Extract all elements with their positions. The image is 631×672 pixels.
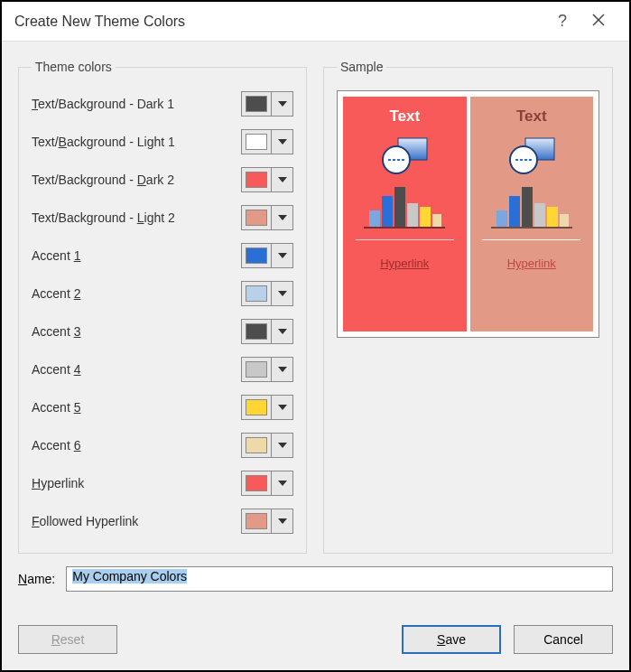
chevron-down-icon — [278, 253, 287, 258]
color-label: Accent 3 — [32, 324, 241, 339]
chevron-down-icon — [278, 177, 287, 182]
color-swatch-button[interactable] — [241, 129, 272, 154]
chevron-down-icon — [278, 215, 287, 220]
sample-chart-icon — [491, 183, 572, 230]
color-row: Accent 2 — [32, 275, 293, 313]
color-swatch-button[interactable] — [241, 319, 272, 344]
color-swatch — [246, 172, 267, 188]
color-swatch-button[interactable] — [241, 205, 272, 230]
color-swatch — [246, 323, 267, 340]
color-label: Accent 1 — [32, 248, 241, 263]
sample-chart-icon — [364, 183, 445, 230]
svg-rect-22 — [432, 214, 441, 227]
color-picker[interactable] — [241, 91, 293, 117]
sample-shapes-icon — [378, 136, 431, 176]
color-picker[interactable] — [241, 357, 293, 382]
name-label: Name: — [18, 572, 55, 586]
svg-rect-30 — [534, 203, 545, 227]
dropdown-caret-button[interactable] — [272, 167, 293, 192]
color-swatch-button[interactable] — [241, 91, 272, 117]
svg-marker-4 — [278, 177, 287, 182]
color-row: Hyperlink — [32, 464, 293, 502]
svg-marker-10 — [278, 405, 287, 410]
color-picker[interactable] — [241, 281, 293, 306]
color-picker[interactable] — [241, 319, 293, 344]
name-input[interactable]: My Company Colors — [66, 566, 613, 592]
color-row: Text/Background - Light 1 — [32, 123, 293, 161]
svg-rect-20 — [407, 203, 418, 227]
svg-rect-31 — [547, 207, 558, 227]
color-picker[interactable] — [241, 471, 293, 496]
dropdown-caret-button[interactable] — [272, 205, 293, 230]
dropdown-caret-button[interactable] — [272, 509, 293, 534]
svg-rect-27 — [496, 210, 507, 227]
dropdown-caret-button[interactable] — [272, 91, 293, 117]
cancel-button[interactable]: Cancel — [514, 625, 613, 654]
color-picker[interactable] — [241, 243, 293, 268]
sample-shapes-icon — [506, 136, 558, 176]
color-label: Accent 2 — [32, 286, 241, 301]
sample-divider — [482, 239, 580, 240]
svg-rect-28 — [509, 196, 520, 227]
color-label: Text/Background - Light 1 — [32, 135, 241, 149]
dropdown-caret-button[interactable] — [272, 471, 293, 496]
sample-panel-light: Text Hyperlink — [470, 97, 594, 331]
color-swatch-button[interactable] — [241, 433, 272, 458]
sample-group: Sample Text Hyperlink Text — [323, 60, 613, 554]
svg-point-15 — [383, 146, 410, 173]
svg-marker-8 — [278, 329, 287, 334]
color-swatch-button[interactable] — [241, 471, 272, 496]
dropdown-caret-button[interactable] — [272, 319, 293, 344]
dropdown-caret-button[interactable] — [272, 395, 293, 420]
color-swatch-button[interactable] — [241, 243, 272, 268]
help-button[interactable]: ? — [544, 12, 580, 31]
create-theme-colors-dialog: Create New Theme Colors ? Theme colors T… — [0, 0, 631, 672]
color-swatch-button[interactable] — [241, 281, 272, 306]
color-picker[interactable] — [241, 395, 293, 420]
svg-point-25 — [510, 146, 537, 173]
svg-marker-6 — [278, 253, 287, 258]
dropdown-caret-button[interactable] — [272, 281, 293, 306]
chevron-down-icon — [278, 518, 287, 524]
sample-panel-dark: Text Hyperlink — [343, 97, 467, 331]
reset-button: Reset — [18, 625, 117, 654]
color-label: Text/Background - Dark 1 — [32, 97, 241, 111]
color-row: Accent 3 — [32, 313, 293, 350]
color-label: Accent 5 — [32, 400, 241, 415]
color-picker[interactable] — [241, 167, 293, 192]
svg-rect-32 — [560, 214, 569, 227]
color-row: Accent 5 — [32, 388, 293, 426]
color-swatch-button[interactable] — [241, 395, 272, 420]
color-swatch — [246, 96, 267, 112]
dropdown-caret-button[interactable] — [272, 129, 293, 154]
save-button[interactable]: Save — [402, 625, 501, 654]
dropdown-caret-button[interactable] — [272, 243, 293, 268]
theme-colors-group: Theme colors Text/Background - Dark 1 Te… — [18, 60, 307, 554]
color-picker[interactable] — [241, 205, 293, 230]
color-picker[interactable] — [241, 433, 293, 458]
color-swatch — [246, 399, 267, 415]
color-label: Hyperlink — [32, 476, 241, 490]
color-picker[interactable] — [241, 129, 293, 154]
svg-marker-11 — [278, 443, 287, 448]
sample-preview: Text Hyperlink Text — [337, 90, 599, 338]
chevron-down-icon — [278, 443, 287, 448]
color-swatch — [246, 134, 267, 150]
sample-legend: Sample — [337, 60, 386, 74]
dropdown-caret-button[interactable] — [272, 433, 293, 458]
color-swatch-button[interactable] — [241, 357, 272, 382]
svg-marker-3 — [278, 139, 287, 145]
chevron-down-icon — [278, 405, 287, 410]
close-button[interactable] — [580, 13, 617, 31]
svg-rect-19 — [394, 187, 405, 227]
color-swatch — [246, 475, 267, 491]
sample-text-label: Text — [389, 107, 420, 126]
color-label: Text/Background - Dark 2 — [32, 173, 241, 187]
color-picker[interactable] — [241, 509, 293, 534]
color-swatch — [246, 210, 267, 226]
color-swatch-button[interactable] — [241, 509, 272, 534]
color-swatch-button[interactable] — [241, 167, 272, 192]
chevron-down-icon — [278, 329, 287, 334]
dropdown-caret-button[interactable] — [272, 357, 293, 382]
svg-rect-17 — [369, 210, 380, 227]
